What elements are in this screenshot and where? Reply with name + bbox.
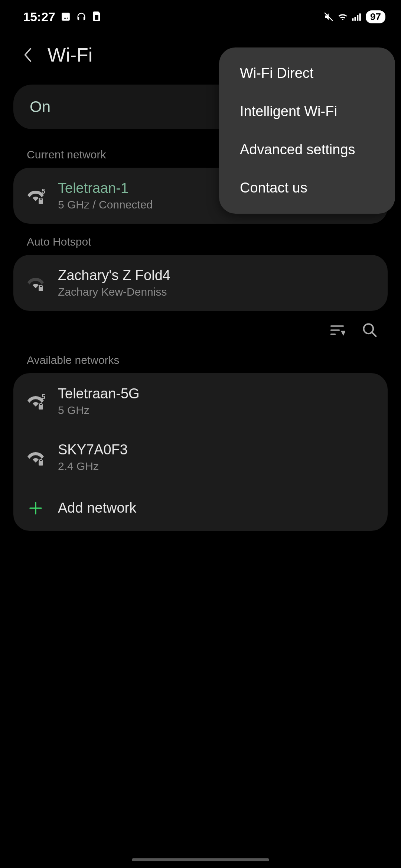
section-auto-hotspot: Auto Hotspot	[0, 224, 401, 255]
headphones-icon	[76, 11, 87, 22]
back-button[interactable]	[22, 47, 33, 63]
status-bar: 15:27 97	[0, 0, 401, 29]
page-title: Wi-Fi	[48, 44, 92, 66]
svg-line-19	[372, 332, 376, 336]
add-network-label: Add network	[58, 500, 136, 516]
wifi-secure-icon	[25, 446, 47, 468]
hotspot-card: Zachary's Z Fold4 Zachary Kew-Denniss	[13, 255, 388, 311]
available-network-name: Teletraan-5G	[58, 386, 374, 402]
chevron-left-icon	[22, 47, 33, 63]
hotspot-text: Zachary's Z Fold4 Zachary Kew-Denniss	[58, 267, 374, 298]
wifi-secure-icon	[25, 272, 47, 294]
wifi-status-icon	[338, 11, 348, 22]
svg-rect-7	[359, 13, 361, 21]
status-time: 15:27	[23, 10, 55, 24]
overflow-menu: Wi-Fi Direct Intelligent Wi-Fi Advanced …	[219, 47, 395, 214]
gesture-handle[interactable]	[132, 858, 269, 861]
wifi-secure-5g-icon: 5	[25, 390, 47, 412]
wifi-secure-5g-icon: 5	[25, 185, 47, 207]
hotspot-sub: Zachary Kew-Denniss	[58, 286, 374, 298]
available-network-row[interactable]: SKY7A0F3 2.4 GHz	[13, 429, 388, 485]
search-button[interactable]	[362, 322, 378, 338]
picture-icon	[61, 11, 71, 22]
section-available-networks: Available networks	[0, 342, 401, 373]
svg-marker-17	[342, 332, 345, 334]
menu-intelligent-wifi[interactable]: Intelligent Wi-Fi	[219, 92, 395, 131]
search-icon	[362, 322, 378, 338]
svg-rect-4	[352, 18, 353, 21]
add-network-row[interactable]: Add network	[13, 485, 388, 531]
svg-rect-5	[355, 17, 356, 21]
signal-icon	[352, 11, 362, 22]
menu-wifi-direct[interactable]: Wi-Fi Direct	[219, 54, 395, 92]
svg-text:5: 5	[42, 393, 45, 401]
hotspot-row[interactable]: Zachary's Z Fold4 Zachary Kew-Denniss	[13, 255, 388, 311]
available-networks-card: 5 Teletraan-5G 5 GHz SKY7A0F3 2.4 GHz Ad…	[13, 373, 388, 531]
available-network-sub: 2.4 GHz	[58, 460, 374, 473]
menu-contact-us[interactable]: Contact us	[219, 169, 395, 207]
wifi-toggle-label: On	[30, 98, 50, 116]
filter-icon	[329, 322, 345, 338]
list-controls	[0, 311, 401, 342]
available-network-row[interactable]: 5 Teletraan-5G 5 GHz	[13, 373, 388, 429]
menu-advanced-settings[interactable]: Advanced settings	[219, 131, 395, 169]
svg-rect-2	[95, 15, 98, 20]
plus-icon	[28, 501, 43, 516]
filter-button[interactable]	[329, 322, 345, 338]
sim-icon	[92, 11, 102, 22]
available-network-sub: 5 GHz	[58, 404, 374, 417]
available-network-text: Teletraan-5G 5 GHz	[58, 386, 374, 417]
mute-icon	[323, 11, 334, 22]
available-network-name: SKY7A0F3	[58, 442, 374, 458]
available-network-text: SKY7A0F3 2.4 GHz	[58, 442, 374, 473]
hotspot-name: Zachary's Z Fold4	[58, 267, 374, 283]
status-right: 97	[323, 10, 385, 23]
status-left: 15:27	[23, 10, 102, 24]
battery-indicator: 97	[366, 10, 385, 23]
svg-text:5: 5	[42, 188, 45, 195]
svg-rect-6	[357, 15, 358, 21]
